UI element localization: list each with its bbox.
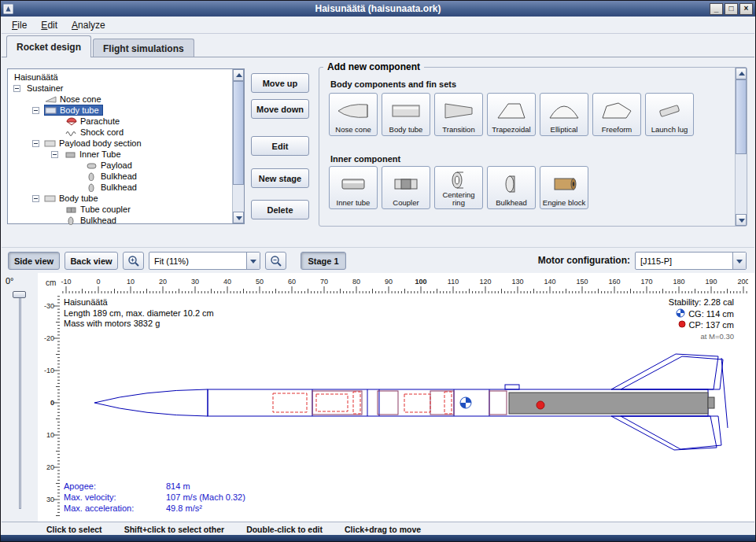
add-trapezoidal-fin-button[interactable]: Trapezoidal [487, 93, 536, 136]
window-bottom-edge [1, 535, 755, 541]
zoom-level-select[interactable]: Fit (11%) [149, 252, 260, 270]
add-engine-block-button[interactable]: Engine block [540, 166, 588, 209]
rotation-slider-knob[interactable] [13, 291, 26, 298]
rocket-name: Haisunäätä [64, 297, 214, 308]
rocket-view-canvas[interactable]: 0° cm -100102030405060708090100110120130… [2, 273, 754, 522]
scroll-up-icon[interactable] [736, 68, 747, 79]
collapse-handle-icon[interactable] [32, 195, 39, 202]
menu-analyze[interactable]: Analyze [65, 18, 112, 32]
tree-item-sustainer[interactable]: Sustainer [9, 83, 230, 94]
hint-click-drag: Click+drag to move [345, 525, 421, 534]
add-inner-tube-button[interactable]: Inner tube [329, 166, 378, 209]
cg-legend-icon [676, 308, 685, 321]
component-label: Trapezoidal [492, 126, 530, 134]
chevron-down-icon[interactable] [246, 253, 260, 269]
side-view-button[interactable]: Side view [8, 252, 60, 270]
add-freeform-fin-button[interactable]: Freeform [592, 93, 641, 136]
move-down-button[interactable]: Move down [251, 99, 309, 119]
tree-item-shock-cord[interactable]: Shock cord [9, 127, 230, 138]
collapse-handle-icon[interactable] [51, 151, 58, 158]
tree-item-bulkhead[interactable]: Bulkhead [9, 182, 230, 193]
close-button[interactable]: × [739, 3, 753, 15]
delete-button[interactable]: Delete [251, 200, 309, 219]
scroll-up-icon[interactable] [233, 69, 244, 81]
maximize-button[interactable]: □ [725, 3, 738, 15]
bulkhead-icon [494, 168, 529, 199]
zoom-in-button[interactable] [123, 252, 144, 270]
tree-item-parachute[interactable]: Parachute [9, 116, 230, 127]
tab-rocket-design[interactable]: Rocket design [6, 35, 91, 57]
add-body-tube-button[interactable]: Body tube [382, 93, 430, 136]
move-up-button[interactable]: Move up [251, 73, 309, 93]
add-coupler-button[interactable]: Coupler [382, 166, 430, 209]
tab-strip: Rocket design Flight simulations [2, 34, 754, 57]
scroll-thumb[interactable] [736, 79, 747, 154]
svg-text:10: 10 [46, 431, 54, 439]
add-transition-button[interactable]: Transition [434, 93, 483, 136]
tree-item-body-tube[interactable]: Body tube [9, 105, 230, 116]
tree-item-label: Bulkhead [78, 216, 119, 225]
menu-file[interactable]: File [5, 18, 34, 32]
zoom-out-button[interactable] [265, 252, 286, 270]
add-elliptical-fin-button[interactable]: Elliptical [540, 93, 588, 136]
tree-item-label: Bulkhead [98, 183, 139, 192]
svg-text:170: 170 [640, 278, 652, 286]
minimize-button[interactable]: _ [710, 3, 723, 15]
tree-item-label: Body tube [57, 194, 101, 203]
tree-item-body-tube-2[interactable]: Body tube [9, 193, 230, 204]
tree-item-rocket[interactable]: Haisunäätä [9, 72, 230, 83]
tree-item-label: Haisunäätä [12, 72, 61, 82]
max-acceleration-value: 49.8 m/s² [166, 503, 202, 514]
bulkhead-icon [86, 171, 98, 181]
collapse-handle-icon[interactable] [32, 107, 39, 114]
edit-button[interactable]: Edit [251, 136, 309, 156]
tree-item-payload[interactable]: Payload [9, 160, 230, 171]
scroll-down-icon[interactable] [233, 212, 244, 223]
stability-info: Stability: 2.28 cal CG: 114 cm CP: 137 c… [669, 297, 734, 341]
inner-tube-icon [336, 168, 371, 199]
max-acceleration-label: Max. acceleration: [64, 503, 166, 514]
tree-item-inner-tube[interactable]: Inner Tube [9, 149, 230, 160]
svg-text:40: 40 [223, 278, 231, 286]
add-component-title: Add new component [323, 61, 424, 72]
motor-configuration-select[interactable]: [J115-P] [635, 252, 747, 270]
back-view-button[interactable]: Back view [65, 252, 118, 270]
tube-coupler-icon [65, 205, 78, 214]
svg-text:-20: -20 [44, 334, 54, 342]
tree-item-nose-cone[interactable]: Nose cone [9, 94, 230, 105]
add-centering-ring-button[interactable]: Centering ring [434, 166, 483, 209]
scroll-down-icon[interactable] [736, 214, 747, 226]
launch-lug-icon [652, 95, 687, 126]
scroll-thumb[interactable] [233, 81, 244, 185]
title-bar[interactable]: Haisunäätä (haisunaata.ork) _ □ × [1, 1, 755, 17]
svg-text:110: 110 [448, 278, 459, 286]
apogee-value: 814 m [166, 481, 190, 492]
menu-edit[interactable]: Edit [34, 18, 65, 32]
inner-component-label: Inner component [330, 154, 400, 164]
new-stage-button[interactable]: New stage [251, 168, 309, 188]
tree-item-label: Body tube [57, 105, 101, 115]
add-nose-cone-button[interactable]: Nose cone [329, 93, 378, 136]
add-panel-scrollbar[interactable] [735, 68, 747, 226]
tree-item-payload-body-section[interactable]: Payload body section [9, 138, 230, 149]
tree-item-tube-coupler[interactable]: Tube coupler [9, 204, 230, 215]
collapse-handle-icon[interactable] [13, 85, 20, 92]
collapse-handle-icon[interactable] [32, 140, 39, 147]
svg-text:130: 130 [511, 278, 523, 286]
motor-configuration-value: [J115-P] [636, 253, 732, 269]
bulkhead-icon [86, 183, 98, 192]
add-launch-lug-button[interactable]: Launch lug [645, 93, 694, 136]
tree-item-bulkhead[interactable]: Bulkhead [9, 215, 230, 226]
rotation-slider-zone: 0° [2, 273, 38, 522]
chevron-down-icon[interactable] [732, 253, 746, 269]
tree-item-bulkhead[interactable]: Bulkhead [9, 171, 230, 182]
window-icon[interactable] [3, 4, 13, 14]
rotation-slider[interactable] [19, 293, 21, 509]
cg-marker [460, 397, 471, 408]
svg-text:10: 10 [127, 278, 135, 286]
add-bulkhead-button[interactable]: Bulkhead [487, 166, 536, 209]
tree-scrollbar[interactable] [232, 69, 244, 223]
tab-flight-simulations[interactable]: Flight simulations [93, 39, 194, 57]
component-tree[interactable]: Haisunäätä Sustainer Nose cone Body tube… [7, 68, 245, 224]
stage-1-toggle[interactable]: Stage 1 [301, 252, 346, 270]
